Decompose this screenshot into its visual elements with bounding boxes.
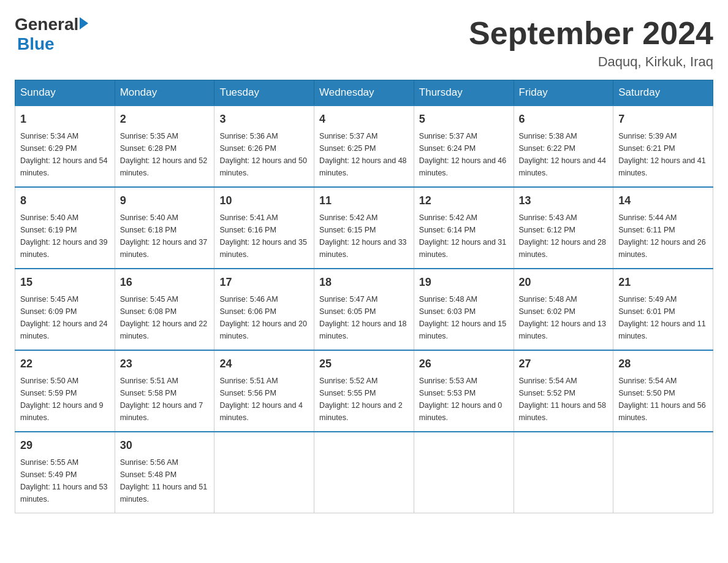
day-info: Sunrise: 5:40 AMSunset: 6:18 PMDaylight:…: [120, 212, 210, 261]
day-info: Sunrise: 5:48 AMSunset: 6:02 PMDaylight:…: [519, 293, 609, 342]
day-info: Sunrise: 5:46 AMSunset: 6:06 PMDaylight:…: [219, 293, 309, 342]
day-info: Sunrise: 5:50 AMSunset: 5:59 PMDaylight:…: [20, 375, 110, 424]
day-info: Sunrise: 5:45 AMSunset: 6:09 PMDaylight:…: [20, 293, 110, 342]
day-number: 2: [120, 111, 210, 128]
calendar-cell: 16Sunrise: 5:45 AMSunset: 6:08 PMDayligh…: [115, 269, 214, 350]
day-info: Sunrise: 5:37 AMSunset: 6:24 PMDaylight:…: [419, 130, 509, 179]
day-number: 16: [120, 274, 210, 291]
page-header: General Blue September 2024 Daquq, Kirku…: [15, 15, 713, 70]
day-number: 20: [519, 274, 609, 291]
day-number: 5: [419, 111, 509, 128]
day-number: 28: [618, 356, 708, 372]
day-number: 3: [219, 111, 309, 128]
calendar-cell: 12Sunrise: 5:42 AMSunset: 6:14 PMDayligh…: [414, 187, 514, 269]
calendar-cell: 10Sunrise: 5:41 AMSunset: 6:16 PMDayligh…: [214, 187, 314, 269]
day-info: Sunrise: 5:51 AMSunset: 5:58 PMDaylight:…: [120, 375, 210, 424]
column-header-wednesday: Wednesday: [314, 80, 414, 106]
day-number: 19: [419, 274, 509, 291]
logo-triangle-icon: [80, 17, 88, 29]
day-info: Sunrise: 5:45 AMSunset: 6:08 PMDaylight:…: [120, 293, 210, 342]
day-number: 29: [20, 437, 110, 454]
column-header-sunday: Sunday: [15, 80, 115, 106]
day-info: Sunrise: 5:54 AMSunset: 5:52 PMDaylight:…: [519, 375, 609, 424]
column-header-friday: Friday: [514, 80, 613, 106]
day-number: 25: [319, 356, 409, 372]
calendar-cell: 11Sunrise: 5:42 AMSunset: 6:15 PMDayligh…: [314, 187, 414, 269]
day-info: Sunrise: 5:55 AMSunset: 5:49 PMDaylight:…: [20, 456, 110, 505]
day-number: 22: [20, 356, 110, 372]
day-number: 13: [519, 193, 609, 209]
calendar-cell: 28Sunrise: 5:54 AMSunset: 5:50 PMDayligh…: [613, 350, 713, 432]
calendar-cell: 9Sunrise: 5:40 AMSunset: 6:18 PMDaylight…: [115, 187, 214, 269]
day-number: 27: [519, 356, 609, 372]
calendar-cell: 17Sunrise: 5:46 AMSunset: 6:06 PMDayligh…: [214, 269, 314, 350]
calendar-cell: 26Sunrise: 5:53 AMSunset: 5:53 PMDayligh…: [414, 350, 514, 432]
calendar-cell: 21Sunrise: 5:49 AMSunset: 6:01 PMDayligh…: [613, 269, 713, 350]
day-number: 11: [319, 193, 409, 209]
title-area: September 2024 Daquq, Kirkuk, Iraq: [469, 15, 713, 70]
calendar-cell: 29Sunrise: 5:55 AMSunset: 5:49 PMDayligh…: [15, 432, 115, 513]
calendar-cell: 2Sunrise: 5:35 AMSunset: 6:28 PMDaylight…: [115, 105, 214, 187]
day-number: 7: [618, 111, 708, 128]
calendar-cell: 25Sunrise: 5:52 AMSunset: 5:55 PMDayligh…: [314, 350, 414, 432]
day-info: Sunrise: 5:53 AMSunset: 5:53 PMDaylight:…: [419, 375, 509, 424]
calendar-cell: 6Sunrise: 5:38 AMSunset: 6:22 PMDaylight…: [514, 105, 613, 187]
calendar-table: SundayMondayTuesdayWednesdayThursdayFrid…: [15, 80, 713, 513]
logo-general-text: General: [15, 15, 78, 34]
day-info: Sunrise: 5:41 AMSunset: 6:16 PMDaylight:…: [219, 212, 309, 261]
day-number: 30: [120, 437, 210, 454]
day-info: Sunrise: 5:38 AMSunset: 6:22 PMDaylight:…: [519, 130, 609, 179]
column-header-monday: Monday: [115, 80, 214, 106]
day-info: Sunrise: 5:36 AMSunset: 6:26 PMDaylight:…: [219, 130, 309, 179]
calendar-cell: [613, 432, 713, 513]
calendar-cell: 8Sunrise: 5:40 AMSunset: 6:19 PMDaylight…: [15, 187, 115, 269]
day-number: 23: [120, 356, 210, 372]
calendar-cell: [514, 432, 613, 513]
day-number: 17: [219, 274, 309, 291]
day-number: 1: [20, 111, 110, 128]
day-number: 18: [319, 274, 409, 291]
calendar-cell: 18Sunrise: 5:47 AMSunset: 6:05 PMDayligh…: [314, 269, 414, 350]
day-info: Sunrise: 5:42 AMSunset: 6:15 PMDaylight:…: [319, 212, 409, 261]
day-info: Sunrise: 5:42 AMSunset: 6:14 PMDaylight:…: [419, 212, 509, 261]
day-number: 21: [618, 274, 708, 291]
day-number: 4: [319, 111, 409, 128]
calendar-week-row: 8Sunrise: 5:40 AMSunset: 6:19 PMDaylight…: [15, 187, 713, 269]
logo: General Blue: [15, 15, 88, 54]
day-number: 10: [219, 193, 309, 209]
day-number: 14: [618, 193, 708, 209]
calendar-cell: 4Sunrise: 5:37 AMSunset: 6:25 PMDaylight…: [314, 105, 414, 187]
logo-blue-text: Blue: [17, 34, 55, 53]
day-number: 24: [219, 356, 309, 372]
calendar-cell: [214, 432, 314, 513]
day-info: Sunrise: 5:43 AMSunset: 6:12 PMDaylight:…: [519, 212, 609, 261]
day-number: 12: [419, 193, 509, 209]
day-number: 6: [519, 111, 609, 128]
calendar-cell: 3Sunrise: 5:36 AMSunset: 6:26 PMDaylight…: [214, 105, 314, 187]
calendar-cell: 20Sunrise: 5:48 AMSunset: 6:02 PMDayligh…: [514, 269, 613, 350]
calendar-header-row: SundayMondayTuesdayWednesdayThursdayFrid…: [15, 80, 713, 106]
calendar-cell: 7Sunrise: 5:39 AMSunset: 6:21 PMDaylight…: [613, 105, 713, 187]
calendar-cell: 30Sunrise: 5:56 AMSunset: 5:48 PMDayligh…: [115, 432, 214, 513]
calendar-cell: 27Sunrise: 5:54 AMSunset: 5:52 PMDayligh…: [514, 350, 613, 432]
calendar-cell: 15Sunrise: 5:45 AMSunset: 6:09 PMDayligh…: [15, 269, 115, 350]
day-info: Sunrise: 5:44 AMSunset: 6:11 PMDaylight:…: [618, 212, 708, 261]
day-info: Sunrise: 5:37 AMSunset: 6:25 PMDaylight:…: [319, 130, 409, 179]
day-info: Sunrise: 5:56 AMSunset: 5:48 PMDaylight:…: [120, 456, 210, 505]
calendar-week-row: 29Sunrise: 5:55 AMSunset: 5:49 PMDayligh…: [15, 432, 713, 513]
calendar-cell: 23Sunrise: 5:51 AMSunset: 5:58 PMDayligh…: [115, 350, 214, 432]
calendar-week-row: 1Sunrise: 5:34 AMSunset: 6:29 PMDaylight…: [15, 105, 713, 187]
calendar-cell: 13Sunrise: 5:43 AMSunset: 6:12 PMDayligh…: [514, 187, 613, 269]
column-header-saturday: Saturday: [613, 80, 713, 106]
column-header-tuesday: Tuesday: [214, 80, 314, 106]
day-info: Sunrise: 5:40 AMSunset: 6:19 PMDaylight:…: [20, 212, 110, 261]
calendar-cell: 22Sunrise: 5:50 AMSunset: 5:59 PMDayligh…: [15, 350, 115, 432]
day-info: Sunrise: 5:54 AMSunset: 5:50 PMDaylight:…: [618, 375, 708, 424]
day-number: 15: [20, 274, 110, 291]
day-info: Sunrise: 5:35 AMSunset: 6:28 PMDaylight:…: [120, 130, 210, 179]
calendar-cell: 24Sunrise: 5:51 AMSunset: 5:56 PMDayligh…: [214, 350, 314, 432]
calendar-cell: [414, 432, 514, 513]
calendar-cell: 1Sunrise: 5:34 AMSunset: 6:29 PMDaylight…: [15, 105, 115, 187]
day-info: Sunrise: 5:51 AMSunset: 5:56 PMDaylight:…: [219, 375, 309, 424]
calendar-cell: [314, 432, 414, 513]
